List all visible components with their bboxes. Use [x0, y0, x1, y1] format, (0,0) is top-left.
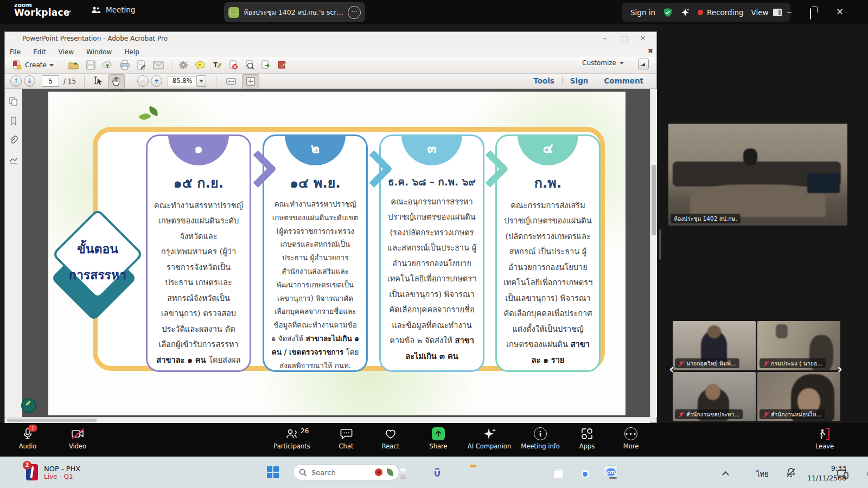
language-indicator[interactable]: ไทย: [756, 468, 769, 480]
chat-button[interactable]: Chat: [330, 427, 362, 450]
menu-help[interactable]: Help: [120, 47, 144, 57]
zoom-caret-icon[interactable]: [197, 75, 206, 87]
find-redact-button[interactable]: [241, 59, 258, 72]
document-close-icon[interactable]: ✖: [648, 47, 653, 55]
taskbar-search[interactable]: Search: [293, 464, 399, 480]
participant-video-4[interactable]: สำนักงานหม่อนไห...: [757, 372, 840, 421]
save-button[interactable]: [82, 59, 99, 72]
show-desktop-button[interactable]: [865, 460, 865, 485]
leave-button[interactable]: Leave: [808, 427, 841, 450]
preferences-button[interactable]: [175, 59, 192, 72]
security-shield-icon[interactable]: [663, 8, 673, 17]
customize-caret-icon: [620, 62, 624, 65]
tab-comment[interactable]: Comment: [596, 76, 651, 85]
fill-sign-button[interactable]: [133, 59, 150, 72]
taskbar-chrome-app[interactable]: [577, 467, 580, 477]
react-button[interactable]: React: [374, 427, 407, 450]
previous-page-button[interactable]: ↑: [10, 75, 22, 87]
annotate-pencil-button[interactable]: [21, 398, 36, 413]
menu-view[interactable]: View: [54, 47, 79, 57]
video-screen-shape: [807, 174, 840, 193]
taskbar-store-app[interactable]: [550, 467, 553, 477]
customize-button[interactable]: Customize: [582, 59, 624, 67]
acrobat-close-button[interactable]: ×: [635, 34, 651, 42]
participant-video-2[interactable]: กรมประมง ( นายอ...: [757, 321, 840, 370]
page-thumbnails-icon[interactable]: [9, 97, 18, 106]
audio-button[interactable]: 1 Audio: [11, 427, 44, 450]
horizontal-scroll-thumb[interactable]: [7, 419, 97, 422]
window-close-button[interactable]: ×: [831, 6, 849, 17]
gallery-previous-icon[interactable]: ‹: [669, 362, 674, 377]
window-restore-button[interactable]: [810, 9, 811, 19]
tab-shared-screen[interactable]: ห้องประชุม 1402 สป.กษ.'s screen ···: [224, 2, 365, 22]
tab-sign[interactable]: Sign: [562, 76, 596, 85]
tab-options-icon[interactable]: ···: [348, 6, 361, 19]
more-button[interactable]: ••• More: [615, 427, 647, 450]
taskbar-edge-app[interactable]: [495, 467, 499, 477]
taskbar-zoom-app-active[interactable]: zm: [604, 465, 618, 477]
recording-indicator[interactable]: Recording: [698, 8, 744, 17]
page-number-input[interactable]: [42, 75, 59, 87]
scrolling-mode-button[interactable]: [222, 75, 240, 88]
print-button[interactable]: [116, 59, 133, 72]
gallery-next-icon[interactable]: ›: [837, 362, 843, 377]
participants-button[interactable]: 26 Participants: [270, 427, 314, 450]
expand-toolbar-icon[interactable]: [638, 59, 649, 69]
ai-companion-button[interactable]: AI Companion: [464, 427, 514, 450]
attachments-icon[interactable]: [9, 136, 18, 145]
acrobat-maximize-button[interactable]: [622, 36, 628, 42]
cloud-upload-button[interactable]: [99, 59, 116, 72]
acrobat-menubar: File Edit View Window Help ✖: [5, 46, 656, 57]
zoom-out-button[interactable]: −: [137, 75, 149, 87]
menu-file[interactable]: File: [5, 47, 25, 57]
zoom-level-control[interactable]: 85.8%: [168, 75, 206, 87]
email-button[interactable]: [150, 59, 167, 72]
start-button[interactable]: [267, 466, 279, 478]
taskbar-gallery-app[interactable]: [406, 467, 409, 477]
window-minimize-button[interactable]: –: [780, 6, 799, 17]
taskbar-copilot-app[interactable]: [522, 467, 526, 477]
menu-window[interactable]: Window: [81, 47, 117, 57]
participant-video-1[interactable]: นายกฤตวิทย์ พิมพ์...: [673, 321, 756, 370]
apps-button[interactable]: Apps: [571, 427, 603, 450]
zoom-in-button[interactable]: +: [151, 75, 162, 87]
fit-page-button[interactable]: [242, 74, 259, 88]
ai-companion-sparkle-icon[interactable]: [680, 8, 690, 17]
view-button[interactable]: View: [751, 8, 782, 17]
taskbar-clock[interactable]: 9:33 11/11/2568: [803, 464, 846, 483]
highlight-text-button[interactable]: T: [209, 59, 225, 72]
svg-text:≡: ≡: [198, 63, 201, 67]
acrobat-minimize-button[interactable]: –: [597, 34, 613, 42]
open-file-button[interactable]: [65, 59, 82, 72]
bookmarks-icon[interactable]: [9, 116, 18, 126]
share-button[interactable]: Share: [422, 427, 455, 450]
tab-meeting[interactable]: Meeting: [91, 5, 135, 14]
signatures-icon[interactable]: [9, 155, 18, 165]
export-page-icon: [261, 60, 271, 70]
zoom-level-value[interactable]: 85.8%: [168, 76, 197, 86]
select-tool-button[interactable]: [91, 75, 106, 88]
meeting-info-button[interactable]: i Meeting info: [518, 427, 563, 450]
comment-button[interactable]: ≡: [192, 59, 209, 72]
card-body-text: คณะอนุกรรมการสรรหาปราชญ์เกษตรของแผ่นดิน …: [381, 190, 483, 364]
tray-expand-chevron-icon[interactable]: [722, 471, 729, 478]
export-button[interactable]: [258, 59, 274, 72]
nba-score-widget[interactable]: 2 NOP - PHX Live - Q1: [26, 464, 80, 480]
forms-button[interactable]: [274, 59, 290, 72]
taskbar-teams-app[interactable]: T: [433, 467, 442, 477]
tab-tools[interactable]: Tools: [526, 76, 562, 85]
panel-scroll-thumb[interactable]: [659, 229, 661, 260]
participant-video-3[interactable]: สำนักงานชลประทา...: [673, 372, 756, 421]
taskbar-file-explorer-app[interactable]: [468, 467, 471, 477]
menu-edit[interactable]: Edit: [28, 47, 50, 57]
next-page-button[interactable]: ↓: [24, 75, 35, 87]
delete-pages-button[interactable]: [225, 59, 241, 72]
participant-name: สำนักงานหม่อนไห...: [771, 410, 822, 419]
video-button[interactable]: Video: [61, 427, 94, 450]
create-button[interactable]: Create: [9, 59, 57, 72]
main-video-room[interactable]: ห้องประชุม 1402 สป.กษ.: [668, 124, 847, 226]
notifications-off-icon[interactable]: [786, 467, 796, 478]
sign-in-button[interactable]: Sign in: [630, 8, 655, 17]
vertical-scroll-thumb[interactable]: [652, 165, 656, 235]
hand-tool-button[interactable]: [108, 74, 125, 88]
